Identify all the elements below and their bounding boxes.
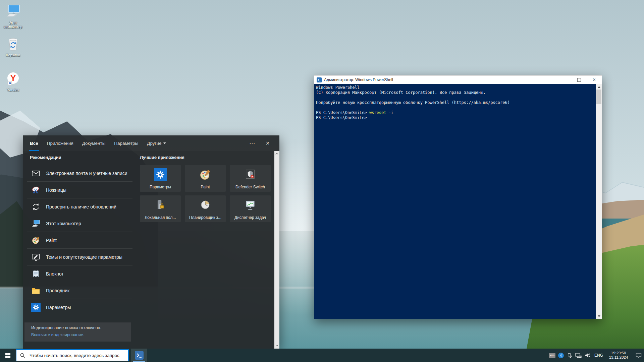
network-display-icon[interactable] — [575, 352, 582, 358]
top-app-tile[interactable]: Параметры — [140, 165, 181, 192]
mail-icon — [31, 169, 41, 178]
console-line: Попробуйте новую кроссплатформенную обол… — [316, 100, 596, 105]
recommendation-label: Блокнот — [46, 271, 64, 277]
console-prompt: PS C:\Users\OneSmiLe> — [316, 115, 367, 120]
recommendation-label: Этот компьютер — [46, 221, 81, 226]
console-line: Windows PowerShell — [316, 85, 596, 90]
recommendation-item[interactable]: Электронная почта и учетные записи — [27, 165, 132, 182]
clock[interactable]: 19:29:50 13.11.2024 — [608, 351, 629, 360]
recommendation-item[interactable]: Проводник — [27, 282, 132, 299]
search-tab-0[interactable]: Все — [30, 135, 38, 151]
tile-label: Диспетчер задач — [234, 215, 266, 220]
desktop-icon[interactable]: Этот компьютер — [2, 4, 24, 29]
console-line: (C) Корпорация Майкрософт (Microsoft Cor… — [316, 90, 596, 95]
recommendation-item[interactable]: Проверить наличие обновлений — [27, 198, 132, 215]
scroll-down-icon[interactable] — [596, 314, 602, 318]
powershell-titlebar[interactable]: Администратор: Windows PowerShell × — [314, 75, 602, 84]
powershell-app-icon — [317, 77, 322, 82]
task-manager-icon — [244, 199, 257, 212]
search-tab-1[interactable]: Приложения — [47, 135, 73, 151]
top-app-tile[interactable]: Планировщик з... — [185, 195, 226, 222]
desktop-icon[interactable]: YYandex — [2, 71, 24, 92]
recommendation-item[interactable]: Этот компьютер — [27, 215, 132, 232]
snipping-tool-icon — [31, 185, 41, 195]
console-prompt: PS C:\Users\OneSmiLe> — [316, 110, 367, 115]
themes-icon — [31, 252, 41, 262]
window-controls: × — [556, 75, 602, 84]
panel-scrollbar[interactable] — [274, 151, 279, 349]
powershell-console[interactable]: Windows PowerShell(C) Корпорация Майкрос… — [314, 84, 596, 319]
search-tabs: ВсеПриложенияДокументыПараметрыДругие — [23, 135, 279, 151]
powershell-scrollbar[interactable] — [596, 84, 602, 319]
windows-logo-icon — [5, 353, 11, 358]
this-pc-desktop-icon — [5, 4, 21, 20]
recommendation-item[interactable]: Параметры — [27, 299, 132, 316]
search-placeholder: Чтобы начать поиск, введите здесь запрос — [30, 353, 119, 358]
console-line: PS C:\Users\OneSmiLe> — [316, 115, 596, 120]
top-app-tile[interactable]: Диспетчер задач — [230, 195, 271, 222]
desktop-icon[interactable]: Корзина — [2, 36, 24, 57]
system-tray: vm ENG 19:29:50 13.11.2024 — [549, 349, 642, 362]
minimize-button[interactable] — [556, 75, 572, 84]
indexing-notice-text: Индексирование поиска отключено. — [31, 325, 101, 330]
recommendation-item[interactable]: Блокнот — [27, 265, 132, 282]
recommendation-item[interactable]: Paint — [27, 232, 132, 249]
scroll-down-icon[interactable] — [274, 343, 279, 348]
enable-indexing-link[interactable]: Включите индексирование. — [31, 333, 84, 337]
paint-icon — [199, 168, 212, 181]
scrollbar-thumb[interactable] — [596, 89, 601, 104]
scroll-up-icon[interactable] — [596, 84, 602, 89]
desktop-icon-label: Yandex — [2, 88, 24, 92]
search-panel: ВсеПриложенияДокументыПараметрыДругие ⋯ … — [23, 135, 279, 349]
taskbar-powershell-button[interactable] — [131, 349, 147, 362]
tile-label: Defender Switch — [235, 185, 265, 189]
defender-icon — [244, 168, 257, 181]
console-line — [316, 95, 596, 100]
close-button[interactable]: × — [587, 75, 602, 84]
recommendation-label: Проводник — [46, 288, 69, 293]
tile-label: Paint — [201, 185, 210, 189]
scheduler-icon — [199, 199, 212, 212]
settings-icon — [31, 303, 41, 312]
recommendation-item[interactable]: Темы и сопутствующие параметры — [27, 249, 132, 265]
tab-label: Документы — [82, 141, 106, 146]
maximize-button[interactable] — [572, 75, 587, 84]
taskbar-search-input[interactable]: Чтобы начать поиск, введите здесь запрос — [16, 349, 129, 361]
action-center-icon[interactable] — [635, 352, 642, 358]
start-button[interactable] — [0, 349, 16, 362]
console-command: wsreset — [369, 110, 386, 115]
bluetooth-icon[interactable] — [558, 353, 564, 358]
console-line — [316, 105, 596, 110]
paint-icon — [31, 236, 41, 245]
recommendation-item[interactable]: Ножницы — [27, 182, 132, 198]
panel-close-button[interactable]: × — [263, 135, 273, 151]
usb-device-icon[interactable] — [567, 352, 572, 358]
recommendation-label: Проверить наличие обновлений — [46, 204, 116, 209]
tab-label: Все — [30, 141, 38, 146]
settings-icon — [154, 168, 167, 181]
desktop-icon-label: Корзина — [2, 53, 24, 57]
desktop-icon-label: Этот компьютер — [2, 21, 24, 29]
powershell-window: Администратор: Windows PowerShell × Wind… — [314, 75, 602, 319]
top-app-tile[interactable]: Локальная пол... — [140, 195, 181, 222]
console-line: PS C:\Users\OneSmiLe> wsreset -i — [316, 110, 596, 115]
search-tab-4[interactable]: Другие — [147, 135, 166, 151]
tab-label: Параметры — [114, 141, 138, 146]
top-app-tile[interactable]: Paint — [185, 165, 226, 192]
more-options-button[interactable]: ⋯ — [247, 135, 257, 151]
scroll-up-icon[interactable] — [274, 152, 279, 156]
volume-icon[interactable] — [584, 353, 591, 358]
vmware-tray-icon[interactable]: vm — [549, 353, 555, 358]
powershell-icon — [135, 351, 144, 360]
search-tab-2[interactable]: Документы — [82, 135, 106, 151]
top-apps-header: Лучшие приложения — [140, 155, 184, 160]
explorer-icon — [31, 286, 41, 295]
top-apps-grid: ПараметрыPaintDefender SwitchЛокальная п… — [140, 165, 271, 222]
top-app-tile[interactable]: Defender Switch — [230, 165, 271, 192]
tile-label: Параметры — [150, 185, 171, 189]
search-icon — [20, 353, 25, 358]
search-tab-3[interactable]: Параметры — [114, 135, 138, 151]
console-argument: -i — [389, 110, 393, 115]
language-indicator[interactable]: ENG — [594, 353, 603, 358]
tile-label: Планировщик з... — [189, 215, 221, 220]
